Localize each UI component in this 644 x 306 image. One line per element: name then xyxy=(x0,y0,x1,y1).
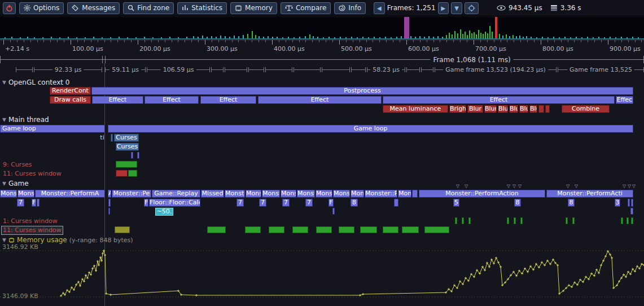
zone[interactable]: Missed xyxy=(201,190,224,198)
zone[interactable] xyxy=(137,152,139,159)
zone[interactable]: Effect xyxy=(200,96,256,104)
zone[interactable]: Monst xyxy=(246,190,261,198)
zone[interactable]: Effect xyxy=(258,96,382,104)
collapsed-zones-icon[interactable]: ▽ xyxy=(628,184,631,189)
zone[interactable] xyxy=(507,217,509,224)
section-header-memory[interactable]: ▼Memory usage(y-range: 848 bytes) xyxy=(2,236,133,244)
collapsed-zones-icon[interactable]: ▽ xyxy=(575,184,578,189)
zone[interactable] xyxy=(116,170,128,177)
zone[interactable] xyxy=(631,199,633,207)
collapsed-zones-icon[interactable]: ▽ xyxy=(632,184,636,189)
zone[interactable]: Game::Replay xyxy=(152,190,200,198)
zone[interactable] xyxy=(128,170,137,177)
zone[interactable]: Draw calls xyxy=(50,96,91,104)
zone[interactable]: 8 xyxy=(568,199,575,207)
zone[interactable]: Monster::Pe xyxy=(112,190,151,198)
zone[interactable] xyxy=(207,226,226,233)
zone[interactable]: Monster::PerformA xyxy=(35,190,105,198)
zone[interactable] xyxy=(462,217,464,224)
zone[interactable]: Effect xyxy=(144,96,199,104)
zone[interactable]: Blur xyxy=(467,105,483,113)
zone[interactable] xyxy=(115,226,130,233)
collapse-triangle-icon[interactable]: ▼ xyxy=(2,80,6,85)
zone[interactable]: Monste xyxy=(316,190,332,198)
collapsed-zones-icon[interactable]: ▽ xyxy=(456,184,459,189)
zone[interactable]: F xyxy=(32,199,36,207)
zone[interactable]: Monste xyxy=(225,190,245,198)
zone[interactable] xyxy=(116,161,137,168)
zone[interactable] xyxy=(468,217,471,224)
collapsed-zones-icon[interactable]: ▽ xyxy=(566,184,569,189)
zone[interactable] xyxy=(360,226,377,233)
zone[interactable]: Monst xyxy=(281,190,296,198)
zone[interactable] xyxy=(538,105,544,113)
zone[interactable] xyxy=(332,208,335,215)
zone[interactable]: Game loop xyxy=(0,125,105,133)
collapsed-zones-icon[interactable]: ▽ xyxy=(512,184,516,189)
zone[interactable]: Monste xyxy=(333,190,350,198)
collapsed-zones-icon[interactable]: ▽ xyxy=(623,184,626,189)
zone[interactable] xyxy=(572,217,575,224)
zone[interactable] xyxy=(628,199,630,207)
collapse-triangle-icon[interactable]: ▼ xyxy=(2,181,6,186)
row-label[interactable]: 11: Curses window xyxy=(2,226,63,234)
zone[interactable] xyxy=(514,217,516,224)
zone[interactable]: Mean luminance xyxy=(383,105,448,113)
collapsed-zones-icon[interactable]: ▽ xyxy=(465,184,468,189)
collapsed-zones-icon[interactable]: ▽ xyxy=(518,184,522,189)
zone[interactable]: F xyxy=(144,199,148,207)
row-label[interactable]: 9: Curses xyxy=(3,161,32,169)
zone[interactable]: Blur xyxy=(529,105,537,113)
zone[interactable]: Monster::PerformAction xyxy=(419,190,545,198)
row-label[interactable]: 11: Curses window xyxy=(3,170,62,178)
zone[interactable]: Effec xyxy=(616,96,633,104)
zone[interactable] xyxy=(111,134,113,142)
zone[interactable] xyxy=(339,226,354,233)
zone[interactable]: Monste xyxy=(17,190,34,198)
zone[interactable]: Blur xyxy=(484,105,497,113)
section-header-opengl-context-0[interactable]: ▼OpenGL context 0 xyxy=(2,78,69,86)
row-label[interactable]: 1: Curses window xyxy=(3,217,58,225)
zone[interactable] xyxy=(402,226,419,233)
zone[interactable]: Mons xyxy=(351,190,364,198)
zone[interactable]: Postprocess xyxy=(91,87,633,95)
zone[interactable]: 8 xyxy=(514,199,521,207)
zone[interactable]: Blur xyxy=(509,105,518,113)
section-header-game[interactable]: ▼Game xyxy=(2,180,29,187)
zone[interactable] xyxy=(245,226,261,233)
zone[interactable]: ti xyxy=(99,134,105,142)
zone[interactable] xyxy=(520,217,523,224)
zone[interactable] xyxy=(131,152,133,159)
zone[interactable] xyxy=(316,226,332,233)
zone[interactable]: ~50. xyxy=(155,208,173,216)
zone[interactable] xyxy=(630,208,633,215)
zone[interactable]: F xyxy=(328,199,334,207)
collapse-triangle-icon[interactable]: ▼ xyxy=(2,237,6,243)
zone[interactable]: Monste xyxy=(0,190,17,198)
zone[interactable]: 8 xyxy=(351,199,358,207)
zone[interactable]: Blur xyxy=(498,105,508,113)
zone[interactable]: Monster::PerformActi xyxy=(546,190,633,198)
zone[interactable]: Mons xyxy=(398,190,411,198)
zone[interactable] xyxy=(412,190,418,198)
zone[interactable]: Curses xyxy=(114,134,139,142)
zone[interactable] xyxy=(383,226,398,233)
zone[interactable]: Curses xyxy=(116,143,139,151)
zone[interactable]: 7 xyxy=(282,199,290,207)
zone[interactable]: Game loop xyxy=(108,125,633,133)
zone[interactable] xyxy=(292,226,308,233)
zone[interactable] xyxy=(545,105,550,113)
zone[interactable]: RenderCont xyxy=(50,87,91,95)
zone[interactable] xyxy=(394,199,398,207)
zone[interactable]: Brigh xyxy=(449,105,466,113)
section-header-main-thread[interactable]: ▼Main thread xyxy=(2,116,49,124)
zone[interactable]: Monster::Pe xyxy=(365,190,397,198)
zone[interactable]: Monste xyxy=(262,190,280,198)
zone[interactable] xyxy=(269,226,284,233)
zone[interactable]: 5 xyxy=(453,199,459,207)
zone[interactable] xyxy=(37,199,40,207)
zone[interactable]: Blur xyxy=(519,105,528,113)
zone[interactable]: 7 xyxy=(17,199,24,207)
collapse-triangle-icon[interactable]: ▼ xyxy=(2,117,6,123)
collapsed-zones-icon[interactable]: ▽ xyxy=(507,184,510,189)
